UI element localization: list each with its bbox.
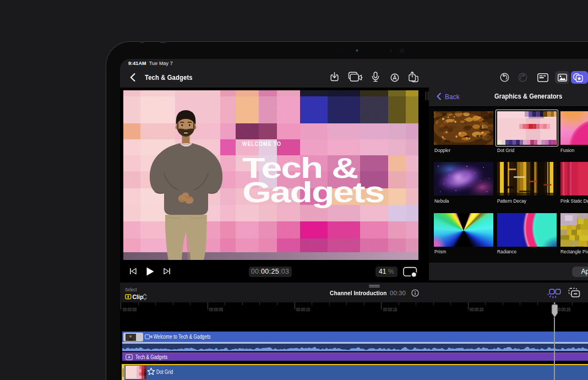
svg-text:A: A [127, 355, 130, 360]
